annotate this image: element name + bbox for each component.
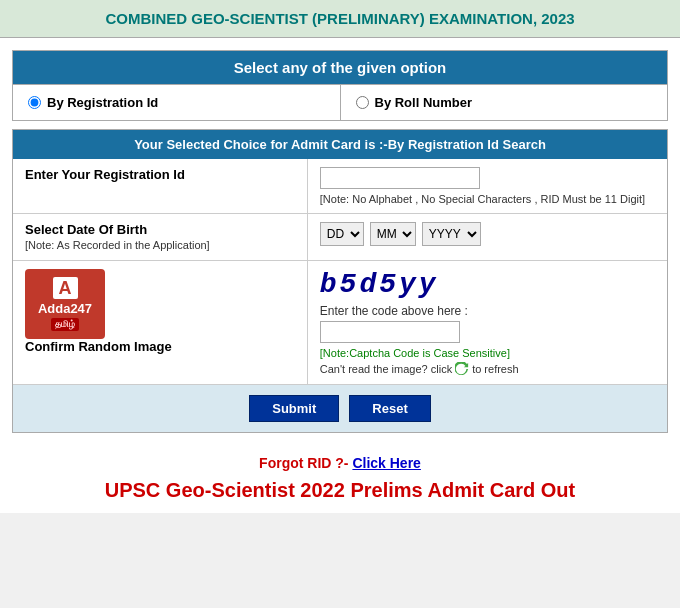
captcha-refresh-text: Can't read the image? click	[320, 363, 452, 375]
option-roll-label[interactable]: By Roll Number	[375, 95, 473, 110]
dob-select-cell: DD MM YYYY	[307, 214, 667, 261]
dob-selects: DD MM YYYY	[320, 222, 655, 246]
radio-registration[interactable]	[28, 96, 41, 109]
forgot-label: Forgot RID ?-	[259, 455, 348, 471]
captcha-refresh-row: Can't read the image? click to refresh	[320, 362, 655, 376]
radio-roll[interactable]	[356, 96, 369, 109]
captcha-field-label: Confirm Random Image	[25, 339, 172, 354]
option-row: By Registration Id By Roll Number	[13, 84, 667, 120]
page-header: COMBINED GEO-SCIENTIST (PRELIMINARY) EXA…	[0, 0, 680, 38]
option-roll[interactable]: By Roll Number	[341, 85, 668, 120]
footer-area: Forgot RID ?- Click Here UPSC Geo-Scient…	[0, 445, 680, 513]
form-section: Your Selected Choice for Admit Card is :…	[12, 129, 668, 433]
captcha-refresh-action: to refresh	[472, 363, 518, 375]
dob-row: Select Date Of Birth [Note: As Recorded …	[13, 214, 667, 261]
registration-note: [Note: No Alphabet , No Special Characte…	[320, 193, 655, 205]
captcha-label-cell: A Adda247 தமிழ் Confirm Random Image	[13, 261, 307, 385]
adda-logo-sub: தமிழ்	[51, 318, 79, 331]
adda-logo-name: Adda247	[38, 301, 92, 316]
dob-year-select[interactable]: YYYY	[422, 222, 481, 246]
reset-button[interactable]: Reset	[349, 395, 430, 422]
option-registration-label[interactable]: By Registration Id	[47, 95, 158, 110]
captcha-code-display: b5d5yy	[320, 269, 655, 300]
registration-label-cell: Enter Your Registration Id	[13, 159, 307, 214]
option-selector: Select any of the given option By Regist…	[12, 50, 668, 121]
registration-row: Enter Your Registration Id [Note: No Alp…	[13, 159, 667, 214]
admit-card-title: UPSC Geo-Scientist 2022 Prelims Admit Ca…	[12, 477, 668, 503]
dob-label-cell: Select Date Of Birth [Note: As Recorded …	[13, 214, 307, 261]
dob-note: [Note: As Recorded in the Application]	[25, 239, 210, 251]
forgot-rid: Forgot RID ?- Click Here	[12, 455, 668, 471]
dob-month-select[interactable]: MM	[370, 222, 416, 246]
exam-title: COMBINED GEO-SCIENTIST (PRELIMINARY) EXA…	[5, 10, 675, 27]
captcha-enter-label: Enter the code above here :	[320, 304, 655, 318]
option-registration[interactable]: By Registration Id	[13, 85, 341, 120]
submit-row: Submit Reset	[13, 385, 667, 432]
adda-logo: A Adda247 தமிழ்	[25, 269, 105, 339]
forgot-link[interactable]: Click Here	[352, 455, 420, 471]
refresh-icon[interactable]	[455, 362, 469, 376]
form-table: Enter Your Registration Id [Note: No Alp…	[13, 159, 667, 385]
captcha-case-note: [Note:Captcha Code is Case Sensitive]	[320, 347, 655, 359]
dob-day-select[interactable]: DD	[320, 222, 364, 246]
captcha-right: b5d5yy Enter the code above here : [Note…	[320, 269, 655, 376]
captcha-input-cell: b5d5yy Enter the code above here : [Note…	[307, 261, 667, 385]
dob-label: Select Date Of Birth	[25, 222, 147, 237]
registration-label: Enter Your Registration Id	[25, 167, 185, 182]
registration-input-cell: [Note: No Alphabet , No Special Characte…	[307, 159, 667, 214]
registration-input[interactable]	[320, 167, 480, 189]
captcha-input[interactable]	[320, 321, 460, 343]
option-heading: Select any of the given option	[13, 51, 667, 84]
captcha-left: A Adda247 தமிழ்	[25, 269, 295, 339]
captcha-row: A Adda247 தமிழ் Confirm Random Image b5d…	[13, 261, 667, 385]
adda-logo-symbol: A	[53, 277, 78, 299]
form-section-header: Your Selected Choice for Admit Card is :…	[13, 130, 667, 159]
submit-button[interactable]: Submit	[249, 395, 339, 422]
